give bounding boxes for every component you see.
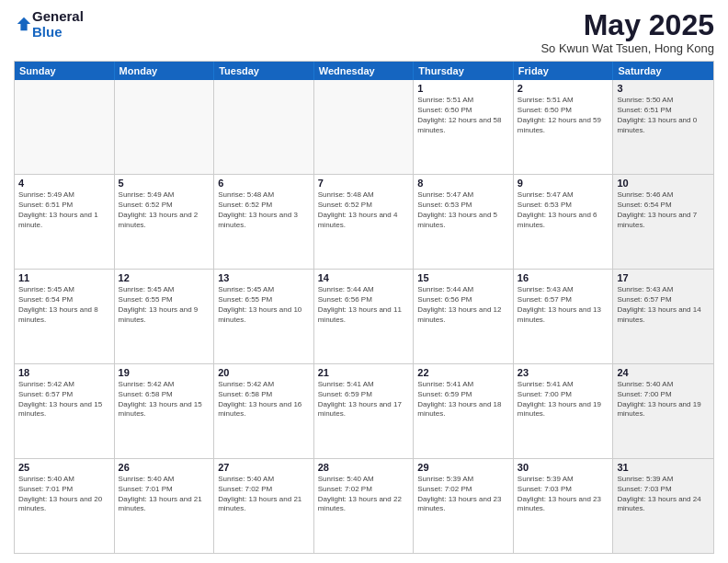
cell-info: Sunrise: 5:39 AM Sunset: 7:03 PM Dayligh…	[518, 475, 609, 514]
cell-info: Sunrise: 5:49 AM Sunset: 6:51 PM Dayligh…	[18, 190, 110, 230]
cell-info: Sunrise: 5:41 AM Sunset: 6:59 PM Dayligh…	[417, 380, 509, 419]
calendar-cell: 25Sunrise: 5:40 AM Sunset: 7:01 PM Dayli…	[15, 459, 115, 553]
cell-info: Sunrise: 5:45 AM Sunset: 6:55 PM Dayligh…	[119, 285, 210, 325]
day-number: 28	[318, 462, 410, 473]
day-number: 3	[617, 83, 710, 94]
day-number: 26	[119, 462, 210, 473]
calendar-cell: 26Sunrise: 5:40 AM Sunset: 7:01 PM Dayli…	[115, 459, 215, 553]
calendar-cell	[15, 80, 115, 174]
calendar-cell: 3Sunrise: 5:50 AM Sunset: 6:51 PM Daylig…	[613, 80, 713, 174]
calendar-cell: 19Sunrise: 5:42 AM Sunset: 6:58 PM Dayli…	[115, 364, 215, 458]
calendar-cell: 14Sunrise: 5:44 AM Sunset: 6:56 PM Dayli…	[314, 270, 415, 363]
cell-info: Sunrise: 5:47 AM Sunset: 6:53 PM Dayligh…	[417, 190, 509, 230]
calendar-cell	[314, 80, 415, 174]
calendar-cell: 20Sunrise: 5:42 AM Sunset: 6:58 PM Dayli…	[214, 364, 314, 458]
day-number: 9	[518, 178, 609, 189]
cell-info: Sunrise: 5:40 AM Sunset: 7:01 PM Dayligh…	[18, 475, 110, 514]
logo: General Blue	[14, 9, 84, 40]
cell-info: Sunrise: 5:45 AM Sunset: 6:55 PM Dayligh…	[218, 285, 310, 325]
title-block: May 2025 So Kwun Wat Tsuen, Hong Kong	[540, 9, 714, 55]
cell-info: Sunrise: 5:51 AM Sunset: 6:50 PM Dayligh…	[417, 96, 509, 135]
day-number: 2	[518, 83, 609, 94]
day-number: 23	[518, 367, 609, 378]
calendar-cell: 13Sunrise: 5:45 AM Sunset: 6:55 PM Dayli…	[214, 270, 314, 363]
calendar-cell: 9Sunrise: 5:47 AM Sunset: 6:53 PM Daylig…	[514, 175, 614, 269]
day-number: 15	[417, 272, 509, 283]
calendar-cell: 11Sunrise: 5:45 AM Sunset: 6:54 PM Dayli…	[15, 270, 115, 363]
header-day: Wednesday	[314, 62, 415, 80]
calendar-cell: 8Sunrise: 5:47 AM Sunset: 6:53 PM Daylig…	[414, 175, 514, 269]
logo-general: General	[32, 9, 84, 25]
day-number: 19	[119, 367, 210, 378]
header-day: Friday	[514, 62, 614, 80]
cell-info: Sunrise: 5:50 AM Sunset: 6:51 PM Dayligh…	[617, 96, 710, 135]
day-number: 17	[617, 272, 710, 283]
calendar-row: 1Sunrise: 5:51 AM Sunset: 6:50 PM Daylig…	[15, 80, 713, 175]
cell-info: Sunrise: 5:41 AM Sunset: 7:00 PM Dayligh…	[518, 380, 609, 419]
day-number: 31	[617, 462, 710, 473]
day-number: 21	[318, 367, 410, 378]
calendar-cell: 24Sunrise: 5:40 AM Sunset: 7:00 PM Dayli…	[613, 364, 713, 458]
cell-info: Sunrise: 5:39 AM Sunset: 7:03 PM Dayligh…	[617, 475, 710, 514]
calendar: SundayMondayTuesdayWednesdayThursdayFrid…	[14, 61, 714, 554]
day-number: 24	[617, 367, 710, 378]
day-number: 18	[18, 367, 110, 378]
cell-info: Sunrise: 5:40 AM Sunset: 7:00 PM Dayligh…	[617, 380, 710, 419]
calendar-cell: 6Sunrise: 5:48 AM Sunset: 6:52 PM Daylig…	[214, 175, 314, 269]
svg-marker-0	[17, 17, 30, 29]
header-day: Saturday	[613, 62, 713, 80]
calendar-subtitle: So Kwun Wat Tsuen, Hong Kong	[540, 41, 714, 55]
calendar-cell: 15Sunrise: 5:44 AM Sunset: 6:56 PM Dayli…	[414, 270, 514, 363]
calendar-cell: 22Sunrise: 5:41 AM Sunset: 6:59 PM Dayli…	[414, 364, 514, 458]
day-number: 30	[518, 462, 609, 473]
cell-info: Sunrise: 5:49 AM Sunset: 6:52 PM Dayligh…	[119, 190, 210, 230]
cell-info: Sunrise: 5:42 AM Sunset: 6:57 PM Dayligh…	[18, 380, 110, 419]
logo-icon	[16, 16, 32, 32]
logo-blue: Blue	[32, 25, 84, 40]
cell-info: Sunrise: 5:51 AM Sunset: 6:50 PM Dayligh…	[518, 96, 609, 135]
cell-info: Sunrise: 5:41 AM Sunset: 6:59 PM Dayligh…	[318, 380, 410, 419]
day-number: 7	[318, 178, 410, 189]
calendar-cell	[214, 80, 314, 174]
calendar-cell: 12Sunrise: 5:45 AM Sunset: 6:55 PM Dayli…	[115, 270, 215, 363]
calendar-cell: 10Sunrise: 5:46 AM Sunset: 6:54 PM Dayli…	[613, 175, 713, 269]
day-number: 20	[218, 367, 310, 378]
day-number: 10	[617, 178, 710, 189]
calendar-row: 11Sunrise: 5:45 AM Sunset: 6:54 PM Dayli…	[15, 270, 713, 364]
calendar-cell: 28Sunrise: 5:40 AM Sunset: 7:02 PM Dayli…	[314, 459, 415, 553]
calendar-title: May 2025	[540, 9, 714, 41]
calendar-cell: 30Sunrise: 5:39 AM Sunset: 7:03 PM Dayli…	[514, 459, 614, 553]
day-number: 11	[18, 272, 110, 283]
calendar-cell: 21Sunrise: 5:41 AM Sunset: 6:59 PM Dayli…	[314, 364, 415, 458]
cell-info: Sunrise: 5:40 AM Sunset: 7:02 PM Dayligh…	[318, 475, 410, 514]
calendar-cell	[115, 80, 215, 174]
day-number: 29	[417, 462, 509, 473]
cell-info: Sunrise: 5:40 AM Sunset: 7:01 PM Dayligh…	[119, 475, 210, 514]
day-number: 8	[417, 178, 509, 189]
day-number: 13	[218, 272, 310, 283]
calendar-cell: 31Sunrise: 5:39 AM Sunset: 7:03 PM Dayli…	[613, 459, 713, 553]
day-number: 1	[417, 83, 509, 94]
cell-info: Sunrise: 5:45 AM Sunset: 6:54 PM Dayligh…	[18, 285, 110, 325]
day-number: 27	[218, 462, 310, 473]
calendar-cell: 23Sunrise: 5:41 AM Sunset: 7:00 PM Dayli…	[514, 364, 614, 458]
cell-info: Sunrise: 5:42 AM Sunset: 6:58 PM Dayligh…	[218, 380, 310, 419]
calendar-cell: 4Sunrise: 5:49 AM Sunset: 6:51 PM Daylig…	[15, 175, 115, 269]
calendar-cell: 1Sunrise: 5:51 AM Sunset: 6:50 PM Daylig…	[414, 80, 514, 174]
cell-info: Sunrise: 5:48 AM Sunset: 6:52 PM Dayligh…	[218, 190, 310, 230]
day-number: 14	[318, 272, 410, 283]
day-number: 6	[218, 178, 310, 189]
logo-text: General Blue	[32, 9, 84, 40]
cell-info: Sunrise: 5:43 AM Sunset: 6:57 PM Dayligh…	[518, 285, 609, 325]
header-day: Thursday	[414, 62, 514, 80]
calendar-row: 25Sunrise: 5:40 AM Sunset: 7:01 PM Dayli…	[15, 459, 713, 553]
header: General Blue May 2025 So Kwun Wat Tsuen,…	[14, 9, 714, 55]
day-number: 16	[518, 272, 609, 283]
cell-info: Sunrise: 5:40 AM Sunset: 7:02 PM Dayligh…	[218, 475, 310, 514]
cell-info: Sunrise: 5:44 AM Sunset: 6:56 PM Dayligh…	[318, 285, 410, 325]
cell-info: Sunrise: 5:47 AM Sunset: 6:53 PM Dayligh…	[518, 190, 609, 230]
header-day: Monday	[115, 62, 215, 80]
header-day: Sunday	[15, 62, 115, 80]
calendar-cell: 29Sunrise: 5:39 AM Sunset: 7:02 PM Dayli…	[414, 459, 514, 553]
cell-info: Sunrise: 5:43 AM Sunset: 6:57 PM Dayligh…	[617, 285, 710, 325]
